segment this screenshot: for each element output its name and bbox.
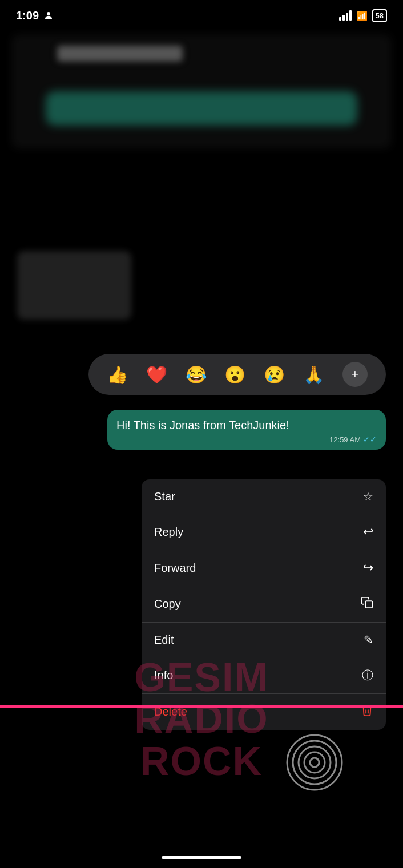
emoji-pray[interactable]: 🙏 <box>303 365 324 385</box>
svg-rect-1 <box>365 601 372 608</box>
menu-item-delete[interactable]: Delete <box>142 694 386 730</box>
home-indicator <box>162 856 241 859</box>
svg-point-3 <box>293 741 336 784</box>
emoji-reaction-bar: 👍 ❤️ 😂 😮 😢 🙏 + <box>88 354 386 395</box>
copy-icon <box>361 596 373 612</box>
info-icon: ⓘ <box>362 668 373 683</box>
pink-divider <box>0 705 403 708</box>
watermark-line3: Rock <box>140 741 263 783</box>
star-label: Star <box>154 490 175 503</box>
menu-item-copy[interactable]: Copy <box>142 586 386 623</box>
svg-point-6 <box>310 758 319 767</box>
edit-icon: ✎ <box>364 633 373 647</box>
reply-icon: ↩ <box>363 524 373 539</box>
menu-item-reply[interactable]: Reply ↩ <box>142 514 386 550</box>
person-icon <box>43 10 54 21</box>
emoji-cry[interactable]: 😢 <box>264 365 285 385</box>
svg-point-5 <box>304 752 325 773</box>
message-bubble: Hi! This is Jonas from TechJunkie! 12:59… <box>107 410 386 450</box>
edit-label: Edit <box>154 633 174 647</box>
status-time: 1:09 <box>16 9 54 22</box>
svg-point-0 <box>47 12 50 15</box>
wifi-icon: 📶 <box>356 10 368 21</box>
reply-label: Reply <box>154 526 183 539</box>
emoji-thumbsup[interactable]: 👍 <box>107 365 128 385</box>
copy-label: Copy <box>154 597 181 611</box>
forward-label: Forward <box>154 562 196 575</box>
battery-icon: 58 <box>372 9 387 22</box>
watermark-logo <box>283 731 346 794</box>
menu-item-info[interactable]: Info ⓘ <box>142 657 386 694</box>
message-meta: 12:59 AM ✓✓ <box>116 435 377 444</box>
emoji-more-button[interactable]: + <box>342 362 368 387</box>
menu-item-star[interactable]: Star ☆ <box>142 479 386 514</box>
emoji-heart[interactable]: ❤️ <box>146 365 167 385</box>
menu-item-forward[interactable]: Forward ↪ <box>142 550 386 586</box>
message-text: Hi! This is Jonas from TechJunkie! <box>116 418 377 433</box>
svg-point-2 <box>287 735 342 790</box>
star-icon: ☆ <box>363 490 373 503</box>
emoji-laugh[interactable]: 😂 <box>186 365 207 385</box>
context-menu: Star ☆ Reply ↩ Forward ↪ Copy Edit ✎ Inf… <box>142 479 386 730</box>
message-read-ticks: ✓✓ <box>363 435 377 444</box>
blurred-contact-name <box>57 46 183 62</box>
time-display: 1:09 <box>16 9 39 22</box>
blurred-message-2 <box>17 251 131 320</box>
menu-item-edit[interactable]: Edit ✎ <box>142 623 386 657</box>
blurred-message-1 <box>46 91 357 126</box>
emoji-surprised[interactable]: 😮 <box>224 365 245 385</box>
forward-icon: ↪ <box>363 560 373 575</box>
status-right-icons: 📶 58 <box>339 9 387 22</box>
svg-point-4 <box>299 746 331 778</box>
info-label: Info <box>154 669 173 682</box>
message-time: 12:59 AM <box>329 435 361 444</box>
signal-icon <box>339 10 352 21</box>
status-bar: 1:09 📶 58 <box>0 0 403 31</box>
